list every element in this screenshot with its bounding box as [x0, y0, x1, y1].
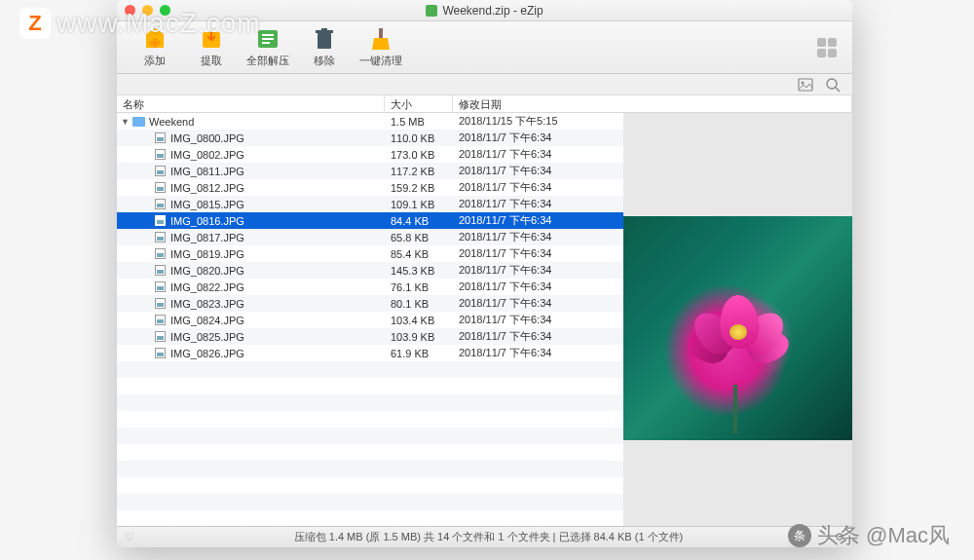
svg-rect-6: [262, 42, 270, 44]
watermark-url: www.MacZ.com: [56, 8, 261, 39]
svg-rect-10: [379, 28, 383, 38]
folder-icon: [132, 115, 145, 128]
file-row[interactable]: IMG_0811.JPG 117.2 KB2018/11/7 下午6:34: [117, 163, 623, 179]
col-date[interactable]: 修改日期: [453, 95, 852, 112]
file-row[interactable]: IMG_0824.JPG 103.4 KB2018/11/7 下午6:34: [117, 312, 623, 328]
col-size[interactable]: 大小: [385, 95, 453, 112]
svg-rect-1: [150, 41, 160, 45]
app-window: Weekend.zip - eZip 添加 提取 全部解压 移除: [117, 0, 852, 547]
image-file-icon: [154, 165, 167, 177]
svg-rect-9: [321, 28, 327, 30]
empty-row: [117, 494, 623, 510]
image-file-icon: [154, 314, 167, 326]
empty-row: [117, 411, 623, 428]
watermark-logo: Z: [19, 8, 51, 39]
clean-label: 一键清理: [359, 54, 402, 68]
image-file-icon: [154, 214, 167, 227]
empty-row: [117, 461, 623, 477]
disclosure-triangle-icon[interactable]: ▼: [121, 117, 129, 127]
empty-row: [117, 477, 623, 494]
image-file-icon: [154, 280, 167, 293]
image-preview-icon[interactable]: [798, 77, 813, 93]
watermark-bottom-text: 头条 @Mac风: [817, 521, 950, 550]
empty-row: [117, 510, 623, 526]
image-file-icon: [154, 231, 167, 243]
favorite-icon[interactable]: ♡: [125, 531, 134, 543]
empty-row: [117, 428, 623, 444]
preview-pane: [623, 113, 852, 526]
preview-image[interactable]: [623, 216, 852, 440]
file-row[interactable]: IMG_0802.JPG 173.0 KB2018/11/7 下午6:34: [117, 146, 623, 163]
col-name[interactable]: 名称: [117, 95, 385, 112]
empty-row: [117, 361, 623, 378]
empty-row: [117, 394, 623, 411]
column-headers: 名称 大小 修改日期: [117, 95, 852, 113]
svg-point-12: [802, 81, 805, 84]
image-file-icon: [154, 264, 167, 277]
statusbar: ♡ 压缩包 1.4 MB (原 1.5 MB) 共 14 个文件和 1 个文件夹…: [117, 526, 852, 547]
folder-row[interactable]: ▼Weekend 1.5 MB2018/11/15 下午5:15: [117, 113, 623, 130]
add-label: 添加: [144, 54, 166, 68]
svg-point-13: [827, 79, 837, 89]
archive-icon: [426, 5, 437, 17]
remove-button[interactable]: 移除: [296, 23, 353, 72]
extract-label: 提取: [201, 54, 222, 68]
window-title-text: Weekend.zip - eZip: [442, 4, 543, 18]
empty-row: [117, 444, 623, 461]
image-file-icon: [154, 347, 167, 359]
watermark-bottom: 条 头条 @Mac风: [788, 521, 950, 550]
file-row[interactable]: IMG_0823.JPG 80.1 KB2018/11/7 下午6:34: [117, 295, 623, 312]
svg-rect-4: [262, 34, 274, 36]
image-file-icon: [154, 330, 167, 343]
file-list[interactable]: ▼Weekend 1.5 MB2018/11/15 下午5:15 IMG_080…: [117, 113, 623, 526]
file-row[interactable]: IMG_0816.JPG 84.4 KB2018/11/7 下午6:34: [117, 212, 623, 229]
empty-row: [117, 378, 623, 394]
svg-rect-7: [318, 33, 331, 49]
file-row[interactable]: IMG_0820.JPG 145.3 KB2018/11/7 下午6:34: [117, 262, 623, 279]
toutiao-icon: 条: [788, 524, 811, 547]
file-row[interactable]: IMG_0817.JPG 65.8 KB2018/11/7 下午6:34: [117, 229, 623, 245]
view-grid-icon[interactable]: [817, 38, 837, 57]
file-row[interactable]: IMG_0800.JPG 110.0 KB2018/11/7 下午6:34: [117, 130, 623, 146]
content-area: ▼Weekend 1.5 MB2018/11/15 下午5:15 IMG_080…: [117, 113, 852, 526]
clean-icon: [368, 26, 393, 52]
image-file-icon: [154, 148, 167, 161]
image-file-icon: [154, 198, 167, 210]
remove-label: 移除: [314, 54, 335, 68]
remove-icon: [312, 26, 337, 52]
search-icon[interactable]: [825, 77, 841, 93]
file-row[interactable]: IMG_0812.JPG 159.2 KB2018/11/7 下午6:34: [117, 179, 623, 196]
file-row[interactable]: IMG_0815.JPG 109.1 KB2018/11/7 下午6:34: [117, 196, 623, 212]
image-file-icon: [154, 247, 167, 260]
file-row[interactable]: IMG_0825.JPG 103.9 KB2018/11/7 下午6:34: [117, 328, 623, 345]
file-row[interactable]: IMG_0822.JPG 76.1 KB2018/11/7 下午6:34: [117, 279, 623, 295]
svg-rect-8: [316, 30, 333, 33]
svg-rect-5: [262, 38, 274, 40]
image-file-icon: [154, 181, 167, 194]
file-row[interactable]: IMG_0826.JPG 61.9 KB2018/11/7 下午6:34: [117, 345, 623, 361]
clean-button[interactable]: 一键清理: [353, 23, 409, 72]
status-text: 压缩包 1.4 MB (原 1.5 MB) 共 14 个文件和 1 个文件夹 |…: [142, 530, 835, 544]
image-file-icon: [154, 131, 167, 144]
svg-line-14: [836, 88, 840, 92]
file-row[interactable]: IMG_0819.JPG 85.4 KB2018/11/7 下午6:34: [117, 245, 623, 262]
extract-all-label: 全部解压: [246, 54, 289, 68]
image-file-icon: [154, 297, 167, 310]
